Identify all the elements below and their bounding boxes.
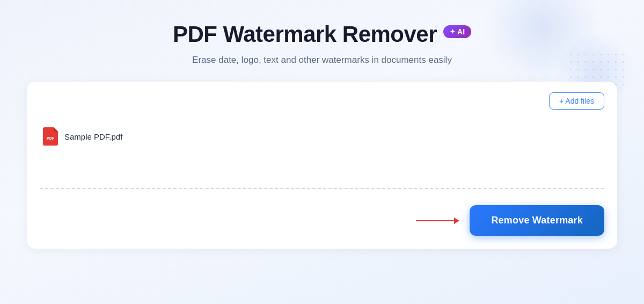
page-title: PDF Watermark Remover <box>173 21 437 47</box>
list-item: PDF Sample PDF.pdf <box>40 122 604 150</box>
add-files-button[interactable]: + Add files <box>549 92 604 110</box>
card-top-bar: + Add files <box>40 92 604 110</box>
title-area: PDF Watermark Remover ✦ AI <box>173 21 471 47</box>
section-divider <box>40 188 604 189</box>
main-card: + Add files PDF Sample PDF.pdf Remove Wa… <box>27 82 617 249</box>
pdf-icon-text: PDF <box>47 136 54 140</box>
file-name: Sample PDF.pdf <box>64 132 122 141</box>
arrow-line-icon <box>416 220 459 221</box>
file-list: PDF Sample PDF.pdf <box>40 118 604 183</box>
arrow-indicator <box>416 220 459 221</box>
card-bottom-actions: Remove Watermark <box>40 200 604 238</box>
ai-badge-label: AI <box>457 27 465 36</box>
ai-badge: ✦ AI <box>443 25 471 38</box>
pdf-file-icon: PDF <box>42 127 59 146</box>
pdf-icon-inner: PDF <box>43 127 58 146</box>
remove-watermark-button[interactable]: Remove Watermark <box>470 205 604 236</box>
ai-sparkle-icon: ✦ <box>450 28 455 35</box>
subtitle: Erase date, logo, text and other waterma… <box>192 55 452 66</box>
